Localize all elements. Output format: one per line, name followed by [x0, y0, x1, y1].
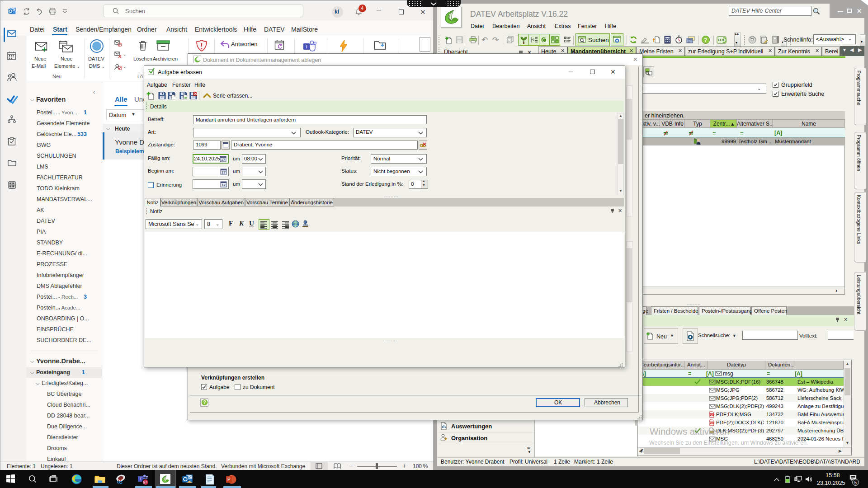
svg-text:LEX: LEX	[718, 38, 724, 42]
svg-text:T: T	[305, 44, 308, 49]
svg-text:PDF: PDF	[709, 413, 714, 416]
svg-text:17: 17	[221, 158, 225, 162]
svg-text:17: 17	[222, 183, 226, 187]
svg-text:17: 17	[222, 170, 226, 174]
svg-text:PDF: PDF	[709, 422, 714, 424]
svg-text:P: P	[227, 477, 231, 482]
